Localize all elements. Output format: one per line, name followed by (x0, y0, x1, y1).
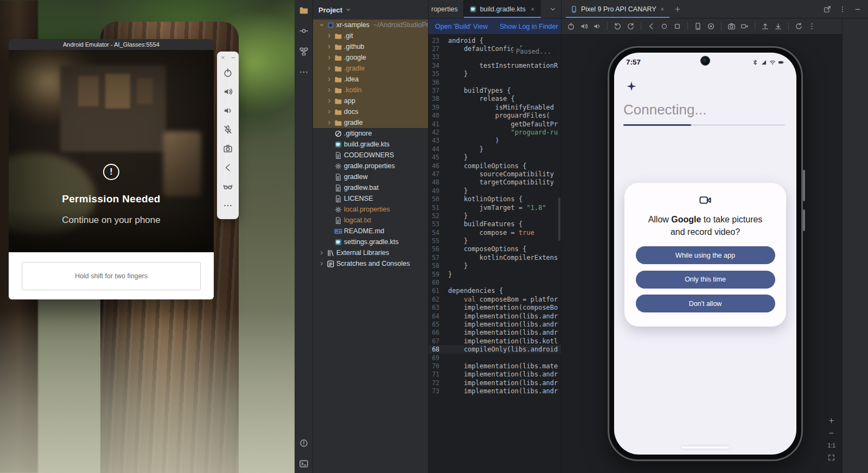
power-button[interactable] (567, 22, 575, 30)
permission-button-while-using-the-app[interactable]: While using the app (636, 246, 775, 264)
stripe-more-h-button[interactable] (298, 66, 310, 78)
tree-item-idea[interactable]: .idea (313, 74, 428, 85)
stripe-structure-button[interactable] (298, 46, 310, 57)
code-editor[interactable]: 23android {27 defaultConfig {3334 testIn… (429, 35, 561, 473)
tree-item-label: .google (344, 54, 366, 61)
close-device-tab-button[interactable] (660, 7, 665, 12)
screen-record-button[interactable] (707, 22, 715, 30)
tree-item-license[interactable]: LICENSE (313, 193, 428, 204)
home-indicator[interactable] (681, 446, 729, 449)
external-button[interactable] (824, 5, 831, 13)
project-panel-header[interactable]: Project (313, 0, 428, 20)
nav-home-button[interactable] (660, 22, 668, 30)
kebab-button[interactable] (808, 22, 816, 30)
chevron-right-icon[interactable] (325, 43, 333, 50)
tree-item-xr-samples[interactable]: xr-samples~/AndroidStudioProj (313, 20, 428, 30)
back-tri-button[interactable] (647, 22, 655, 30)
minus-icon (828, 430, 835, 437)
permission-button-don-t-allow[interactable]: Don't allow (636, 295, 775, 312)
restart-button[interactable] (795, 22, 803, 30)
banner-link-show-log-in-finder[interactable]: Show Log in Finder (500, 23, 558, 30)
project-icon (327, 21, 335, 29)
stripe-terminal-button[interactable] (298, 458, 310, 470)
volume-down-button[interactable] (220, 103, 235, 118)
volume-up-button[interactable] (220, 84, 235, 99)
chevron-right-icon[interactable] (317, 260, 326, 267)
new-device-tab-button[interactable] (674, 5, 681, 13)
volume-down-button[interactable] (593, 22, 601, 30)
hidden-tabs-button[interactable] (545, 5, 561, 13)
video-button[interactable] (741, 22, 749, 30)
chevron-right-icon[interactable] (325, 76, 333, 82)
stripe-folder-button[interactable] (298, 4, 310, 16)
more-h-button[interactable] (220, 198, 235, 213)
project-header-chevron[interactable] (345, 7, 352, 13)
screenshot-button[interactable] (694, 22, 702, 30)
tree-item-codeowners[interactable]: CODEOWNERS (313, 150, 428, 161)
mic-off-button[interactable] (220, 122, 235, 137)
tree-item-app[interactable]: app (313, 95, 428, 106)
tree-item-gradle-properties[interactable]: gradle.properties (313, 161, 428, 171)
tree-item-gradlew-bat[interactable]: gradlew.bat (313, 182, 428, 193)
minimize-button[interactable] (231, 55, 236, 60)
tree-item-gradlew[interactable]: gradlew (313, 171, 428, 182)
tree-item-git[interactable]: .git (313, 30, 428, 41)
permission-button-only-this-time[interactable]: Only this time (636, 271, 775, 289)
tree-item-logcat-txt[interactable]: logcat.txt (313, 215, 428, 226)
tree-item-kotlin[interactable]: .kotlin (313, 85, 428, 95)
tree-item-docs[interactable]: docs (313, 106, 428, 117)
chevron-right-icon[interactable] (325, 65, 333, 72)
device-tab-pixel-9-pro[interactable]: Pixel 9 Pro API CANARY (566, 0, 669, 18)
chevron-right-icon[interactable] (325, 33, 333, 39)
chevron-right-icon[interactable] (325, 54, 333, 61)
rotate-right-button[interactable] (627, 22, 635, 30)
download-button[interactable] (774, 22, 782, 30)
editor-tab-roperties[interactable]: roperties (429, 0, 464, 18)
line-number: 48 (429, 178, 448, 186)
tree-item-external-libraries[interactable]: External Libraries (313, 247, 428, 258)
tree-item-gradle[interactable]: .gradle (313, 63, 428, 74)
tree-item-local-properties[interactable]: local.properties (313, 204, 428, 215)
code-line-70: 70 implementation(libs.mate (429, 362, 561, 370)
chevron-right-icon[interactable] (325, 87, 333, 93)
chevron-right-icon[interactable] (325, 108, 333, 115)
camera-button[interactable] (220, 141, 235, 156)
power-button[interactable] (220, 65, 235, 80)
camera-button[interactable] (727, 22, 736, 30)
kebab-button[interactable] (839, 5, 846, 13)
tree-item-gitignore[interactable]: .gitignore (313, 128, 428, 139)
zoom-out-button[interactable] (828, 430, 835, 437)
volume-up-button[interactable] (580, 22, 588, 30)
banner-link-open-build-view[interactable]: Open 'Build' View (435, 23, 488, 30)
chevron-right-icon[interactable] (325, 119, 333, 126)
phone-screen[interactable]: 7:57 Connecting... Allow Google to take … (614, 53, 796, 455)
tree-item-google[interactable]: .google (313, 52, 428, 63)
tree-item-settings-gradle-kts[interactable]: settings.gradle.kts (313, 237, 428, 247)
close-tab-icon[interactable] (530, 7, 535, 12)
nav-overview-button[interactable] (673, 22, 681, 30)
close-button[interactable] (220, 55, 226, 60)
tree-item-gradle[interactable]: gradle (313, 117, 428, 128)
zoom-in-button[interactable] (828, 417, 835, 424)
chevron-right-icon[interactable] (325, 98, 333, 104)
glasses-button[interactable] (220, 179, 235, 194)
tree-item-build-gradle-kts[interactable]: build.gradle.kts (313, 139, 428, 150)
stripe-problems-button[interactable] (298, 437, 310, 449)
minimize-button[interactable] (854, 5, 861, 13)
stripe-commit-button[interactable] (298, 25, 310, 37)
editor-tab-build-gradle-kts[interactable]: build.gradle.kts (464, 0, 541, 18)
zoom-fit-button[interactable] (828, 454, 835, 461)
upload-button[interactable] (761, 22, 769, 30)
emulator-screen[interactable]: ! Permission Needed Continue on your pho… (9, 50, 214, 252)
back-tri-button[interactable] (220, 160, 235, 175)
chevron-right-icon[interactable] (317, 250, 326, 256)
zoom-ratio-label[interactable]: 1:1 (827, 442, 835, 449)
mic-off-icon (223, 125, 233, 135)
chevron-down-icon[interactable] (317, 22, 326, 28)
tree-item-readme-md[interactable]: README.md (313, 226, 428, 237)
editor-scrollbar[interactable] (558, 197, 560, 241)
rotate-left-button[interactable] (614, 22, 622, 30)
tree-item-github[interactable]: .github (313, 41, 428, 52)
tree-item-scratches-and-consoles[interactable]: Scratches and Consoles (313, 258, 428, 269)
emulator-title-bar[interactable]: Android Emulator - AI_Glasses:5554 (9, 39, 214, 50)
